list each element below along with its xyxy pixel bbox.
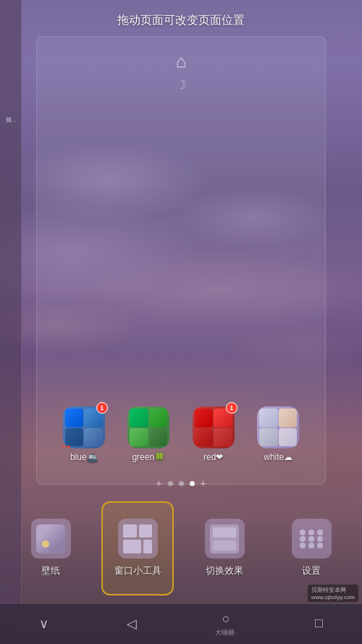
toolbar-label-wallpaper: 壁纸 <box>41 564 60 577</box>
badge-red: 1 <box>226 402 237 414</box>
toolbar-item-settings[interactable]: 设置 <box>275 501 348 595</box>
settings-dot-row <box>300 530 323 535</box>
nav-back[interactable]: ∨ <box>39 616 49 633</box>
red-arrow: → <box>58 437 74 456</box>
nav-bar: ∨ ◁ ○ 大锤砸· □ <box>0 604 362 644</box>
folder-label-green: green🍀 <box>132 452 165 462</box>
toolbar-icon-transition <box>205 519 245 559</box>
page-indicators: + + <box>0 478 362 488</box>
nav-square-icon[interactable]: □ <box>315 616 323 631</box>
widget-block <box>123 524 137 538</box>
mini-app <box>259 409 278 427</box>
mini-app <box>259 428 278 447</box>
mini-app <box>130 428 148 447</box>
settings-dot <box>300 543 306 548</box>
app-grid: 1 blue🚢 green🍀 <box>37 406 325 462</box>
toolbar-label-transition: 切换效果 <box>206 564 243 577</box>
settings-dot-row <box>300 543 323 548</box>
badge-blue: 1 <box>96 402 108 414</box>
mini-app <box>149 428 168 447</box>
switch-icon <box>210 524 239 553</box>
toolbar-icon-settings <box>292 519 332 559</box>
left-edge-label: 频... <box>0 116 22 124</box>
settings-dot-row <box>300 536 323 542</box>
settings-icon <box>297 524 326 553</box>
page-dot-plus-right: + <box>201 478 206 488</box>
settings-dot <box>308 536 314 542</box>
mini-app <box>84 428 103 447</box>
page-dot-3-active <box>190 481 195 486</box>
toolbar-label-settings: 设置 <box>302 564 321 577</box>
folder-label-red: red❤ <box>203 452 223 462</box>
folder-label-white: white☁ <box>264 452 292 462</box>
widget-block <box>139 524 153 538</box>
folder-red-wrap[interactable]: 1 <box>193 406 235 448</box>
moon-icon: ☽ <box>175 77 187 93</box>
watermark: 贝斯特安卓网 www.zjbstyy.com <box>308 585 358 602</box>
folder-green-wrap[interactable] <box>127 406 169 448</box>
mini-app <box>195 409 214 427</box>
nav-circle-icon[interactable]: ○ <box>222 611 230 627</box>
nav-center[interactable]: ○ 大锤砸· <box>215 611 237 637</box>
settings-dot <box>300 530 306 535</box>
folder-label-blue: blue🚢 <box>70 452 98 462</box>
widget-icon <box>123 524 152 553</box>
main-page: ⌂ ☽ 1 blue🚢 <box>36 36 326 485</box>
mini-app <box>279 428 298 447</box>
nav-triangle-icon[interactable]: ◁ <box>127 616 137 632</box>
nav-back-icon[interactable]: ∨ <box>39 616 49 632</box>
nav-square[interactable]: □ <box>315 616 323 632</box>
mini-app <box>130 409 148 427</box>
mini-app <box>214 428 232 447</box>
widget-block <box>143 540 152 553</box>
toolbar-icon-widget <box>118 519 158 559</box>
folder-green[interactable]: green🍀 <box>123 406 174 462</box>
wallpaper-icon <box>36 524 65 553</box>
toolbar-icon-wallpaper <box>31 519 71 559</box>
widget-block-wide <box>123 540 141 553</box>
watermark-line2: www.zjbstyy.com <box>311 594 355 601</box>
nav-label: 大锤砸· <box>215 628 237 637</box>
folder-icon-green[interactable] <box>127 406 169 448</box>
settings-dot <box>317 530 323 535</box>
page-dot-plus-left: + <box>156 478 161 488</box>
folder-white[interactable]: white☁ <box>253 406 303 462</box>
mini-app <box>149 409 168 427</box>
settings-dot <box>308 530 314 535</box>
mini-app <box>195 428 214 447</box>
folder-red[interactable]: 1 red❤ <box>188 406 239 462</box>
toolbar-item-transition[interactable]: 切换效果 <box>188 501 261 595</box>
toolbar-label-widget: 窗口小工具 <box>114 564 161 577</box>
instruction-text: 拖动页面可改变页面位置 <box>0 13 362 28</box>
page-dot-1 <box>168 481 173 486</box>
mini-app <box>65 409 84 427</box>
page-dot-2 <box>179 481 184 486</box>
mini-app <box>279 409 298 427</box>
settings-dot <box>317 543 323 548</box>
settings-dot <box>300 536 306 542</box>
settings-dot <box>308 543 314 548</box>
folder-white-wrap[interactable] <box>257 406 299 448</box>
watermark-line1: 贝斯特安卓网 <box>311 586 355 594</box>
settings-dot <box>317 536 323 542</box>
toolbar-item-wallpaper[interactable]: 壁纸 <box>14 501 87 595</box>
nav-triangle[interactable]: ◁ <box>127 616 137 633</box>
left-edge-app <box>1 94 20 112</box>
folder-icon-white[interactable] <box>257 406 299 448</box>
home-icon: ⌂ <box>176 51 187 72</box>
toolbar-item-widget[interactable]: 窗口小工具 <box>101 501 174 595</box>
